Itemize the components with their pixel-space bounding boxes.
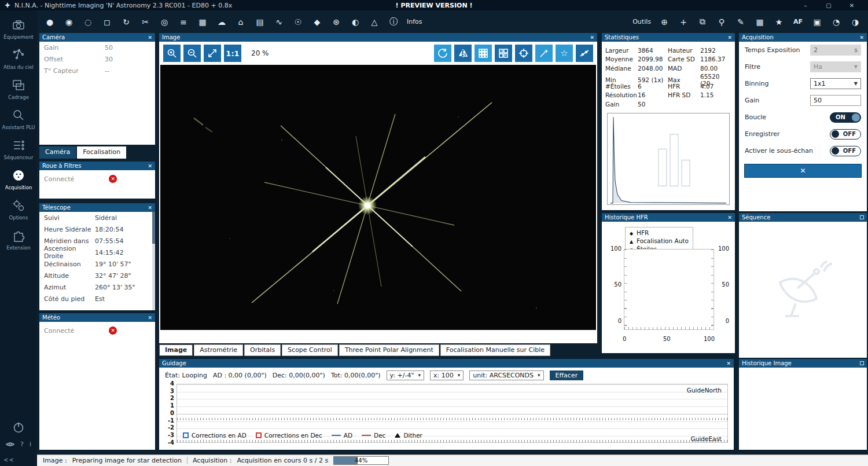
bulb-icon[interactable]: ☉ xyxy=(292,17,304,27)
zoom-in-button[interactable] xyxy=(163,45,181,62)
cloud-icon[interactable]: ☁ xyxy=(216,17,227,27)
help-icon[interactable]: ? xyxy=(20,441,24,448)
history-icon[interactable]: ◔ xyxy=(830,17,842,27)
checkbox-icon[interactable] xyxy=(256,432,262,438)
close-icon[interactable]: ✕ xyxy=(727,35,732,41)
star-icon[interactable]: ★ xyxy=(773,17,785,27)
close-icon[interactable]: ✕ xyxy=(148,163,152,169)
close-icon[interactable]: ✕ xyxy=(859,35,864,41)
bahtinov-button[interactable] xyxy=(495,45,512,62)
horizon-icon[interactable]: △ xyxy=(369,17,380,27)
pixel-profile-button[interactable] xyxy=(576,45,593,62)
close-icon[interactable]: ✕ xyxy=(148,35,152,41)
close-button[interactable]: ✕ xyxy=(840,2,863,9)
camera-icon[interactable]: ● xyxy=(44,17,56,27)
zoom-one-to-one-button[interactable]: 1:1 xyxy=(224,45,241,62)
sidebar-item-sequenceur[interactable]: Séquenceur xyxy=(0,138,37,160)
fit-to-screen-button[interactable] xyxy=(204,45,221,62)
flower-icon[interactable]: ⊛ xyxy=(330,17,342,27)
sidebar-item-equipement[interactable]: Équipement xyxy=(0,17,37,40)
eye-icon[interactable] xyxy=(6,441,14,448)
stop-capture-button[interactable]: ✕ xyxy=(744,164,862,178)
about-icon[interactable]: i xyxy=(30,441,31,448)
guide-graph: 4 3 2 1 0 -1 -2 -3 -4 GuideNorth GuideEa… xyxy=(159,383,734,450)
tab-image[interactable]: Image xyxy=(159,344,193,356)
scrollbar[interactable] xyxy=(152,212,155,310)
sidebar-item-assistant-plu[interactable]: Assistant PLU xyxy=(0,108,37,130)
switch-icon[interactable]: ≡ xyxy=(178,17,189,27)
plugin-icon[interactable]: ⊕ xyxy=(659,17,670,27)
binning-row: Binning 1x1 xyxy=(739,75,867,92)
binning-select[interactable]: 1x1 xyxy=(810,78,861,89)
hfr-x-tick: 100 xyxy=(704,336,715,342)
crosshair-button[interactable] xyxy=(515,45,532,62)
exposure-input[interactable]: 2s xyxy=(810,45,861,56)
checkbox-icon[interactable] xyxy=(183,432,189,438)
filter-wheel-icon[interactable]: ◉ xyxy=(63,17,75,27)
captured-image[interactable] xyxy=(160,65,596,330)
popout-icon[interactable] xyxy=(860,361,864,365)
flip-horizontal-button[interactable] xyxy=(454,45,472,62)
autofocus-icon[interactable]: AF xyxy=(792,18,804,25)
telescope-icon[interactable]: ◎ xyxy=(159,17,170,27)
tab-orbitals[interactable]: Orbitals xyxy=(244,344,281,356)
signal-icon[interactable]: ∿ xyxy=(273,17,285,27)
close-icon[interactable]: ✕ xyxy=(148,315,152,321)
close-icon[interactable]: ✕ xyxy=(148,205,152,211)
frame-icon[interactable]: ▣ xyxy=(811,17,823,27)
filter-select[interactable]: Ha xyxy=(810,61,861,72)
unit-dropdown[interactable]: unit: ARCSECONDS xyxy=(469,370,543,380)
table-icon[interactable]: ▦ xyxy=(754,17,766,27)
star-annotation-button[interactable]: ☆ xyxy=(556,45,573,62)
gain-input[interactable]: 50 xyxy=(810,95,861,106)
tab-focalisation-manuelle[interactable]: Focalisation Manuelle sur Cible xyxy=(440,344,550,356)
star-detection-button[interactable] xyxy=(535,45,553,62)
tab-astrometrie[interactable]: Astrométrie xyxy=(194,344,243,356)
brush-icon[interactable]: ✎ xyxy=(735,17,746,27)
search-icon[interactable]: ⚲ xyxy=(716,17,727,27)
flat-panel-icon[interactable]: ▤ xyxy=(254,17,266,27)
sidebar-item-cadrage[interactable]: Cadrage xyxy=(0,78,37,100)
tab-three-point-polar[interactable]: Three Point Polar Alignment xyxy=(339,344,439,356)
close-icon[interactable]: ✕ xyxy=(590,35,594,41)
minimize-button[interactable]: – xyxy=(794,2,817,9)
sidebar-item-acquisition[interactable]: Acquisition xyxy=(0,168,37,190)
sidebar-item-atlas[interactable]: Atlas du ciel xyxy=(0,47,37,70)
guider-icon[interactable]: ✂ xyxy=(139,17,151,27)
popout-icon[interactable] xyxy=(860,215,864,219)
layers-icon[interactable]: ⧉ xyxy=(697,17,708,27)
moon-icon[interactable]: ◐ xyxy=(350,17,361,27)
rotator-icon[interactable]: ◻ xyxy=(101,17,113,27)
sidebar-item-extension[interactable]: Extension xyxy=(0,228,37,251)
tab-camera[interactable]: Caméra xyxy=(39,146,76,159)
sidebar-item-options[interactable]: Options xyxy=(0,198,37,221)
legend-corrections-ad[interactable]: Corrections en AD xyxy=(183,432,247,439)
clear-guide-graph-button[interactable]: Effacer xyxy=(550,370,584,380)
focuser-icon[interactable]: ◌ xyxy=(82,17,94,27)
close-icon[interactable]: ✕ xyxy=(727,215,732,221)
y-scale-dropdown[interactable]: y: +/-4" xyxy=(387,370,424,380)
tab-scope-control[interactable]: Scope Control xyxy=(282,344,338,356)
theme-icon[interactable]: ◑ xyxy=(849,17,861,27)
zoom-out-button[interactable] xyxy=(183,45,201,62)
dome-icon[interactable]: ⌂ xyxy=(235,17,247,27)
save-toggle[interactable]: OFF xyxy=(830,129,861,140)
collapse-sidebar-button[interactable]: << xyxy=(0,455,37,466)
grid-panel-icon[interactable]: ▦ xyxy=(197,17,208,27)
close-icon[interactable]: ✕ xyxy=(726,361,731,366)
loop-toggle[interactable]: ON xyxy=(830,112,861,123)
infos-label[interactable]: Infos xyxy=(407,18,422,25)
grid-overlay-button[interactable] xyxy=(475,45,492,62)
x-scale-dropdown[interactable]: x: 100 xyxy=(430,370,464,380)
auto-stretch-button[interactable] xyxy=(434,45,451,62)
power-icon[interactable] xyxy=(12,421,25,434)
info-icon[interactable]: ⓘ xyxy=(388,17,399,27)
tab-focalisation[interactable]: Focalisation xyxy=(77,146,126,159)
subsample-toggle[interactable]: OFF xyxy=(830,146,861,156)
maximize-button[interactable]: ▢ xyxy=(817,2,840,9)
shield-icon[interactable]: ◆ xyxy=(311,17,323,27)
legend-corrections-dec[interactable]: Corrections en Dec xyxy=(256,432,322,439)
rotate-icon[interactable]: ↻ xyxy=(120,17,132,27)
move-icon[interactable]: + xyxy=(678,17,689,27)
outils-label[interactable]: Outils xyxy=(632,18,651,25)
